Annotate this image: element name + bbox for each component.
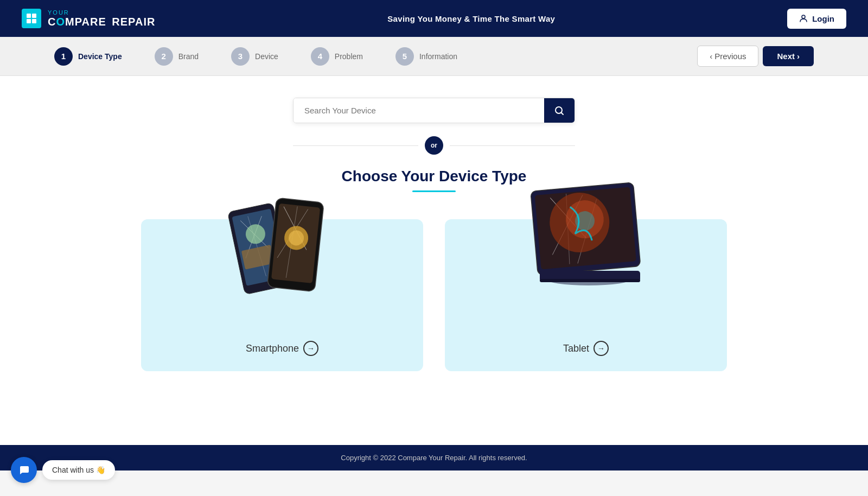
tablet-arrow-icon: →	[593, 341, 609, 356]
previous-button[interactable]: ‹ Previous	[697, 46, 758, 67]
svg-point-4	[802, 15, 805, 18]
chat-button[interactable]	[11, 457, 37, 483]
next-button[interactable]: Next ›	[763, 46, 814, 66]
smartphone-arrow-icon: →	[303, 341, 318, 356]
search-container	[293, 98, 575, 123]
step-2-circle: 2	[155, 47, 173, 66]
search-icon	[554, 105, 565, 116]
logo-comparereapir: COMPARE REPAIR	[48, 16, 155, 28]
smartphone-label: Smartphone →	[246, 341, 318, 356]
login-button[interactable]: Login	[787, 9, 846, 29]
stepbar: 1 Device Type 2 Brand 3 Device 4 Problem…	[0, 37, 868, 76]
step-5[interactable]: 5 Information	[395, 47, 457, 66]
title-underline	[412, 190, 456, 192]
header-tagline: Saving You Money & Time The Smart Way	[387, 14, 555, 23]
chat-icon	[18, 464, 30, 476]
step-3-circle: 3	[231, 47, 250, 66]
svg-rect-31	[540, 279, 640, 282]
main-content: or Choose Your Device Type	[0, 76, 868, 445]
steps-list: 1 Device Type 2 Brand 3 Device 4 Problem…	[54, 47, 457, 66]
step-4-circle: 4	[311, 47, 329, 66]
device-cards: Smartphone →	[141, 219, 727, 371]
step-1-circle: 1	[54, 47, 73, 66]
step-3[interactable]: 3 Device	[231, 47, 278, 66]
logo-icon	[22, 9, 41, 28]
step-4-label: Problem	[335, 52, 363, 61]
logo-your: YOUR	[48, 9, 155, 16]
logo-repair: REPAIR	[112, 16, 155, 28]
svg-rect-3	[32, 19, 36, 23]
svg-rect-1	[32, 14, 36, 18]
chat-bubble[interactable]: Chat with us 👋	[42, 460, 115, 480]
smartphone-illustration	[217, 176, 347, 306]
footer: Copyright © 2022 Compare Your Repair. Al…	[0, 445, 868, 470]
header: YOUR COMPARE REPAIR Saving You Money & T…	[0, 0, 868, 37]
user-icon	[799, 14, 808, 23]
smartphone-svg	[220, 179, 344, 303]
chevron-left-icon: ‹	[710, 52, 712, 61]
tablet-card[interactable]: Tablet →	[445, 219, 727, 371]
copyright-text: Copyright © 2022 Compare Your Repair. Al…	[341, 454, 527, 462]
tablet-label: Tablet →	[563, 341, 609, 356]
chevron-right-icon: ›	[797, 52, 800, 61]
step-2[interactable]: 2 Brand	[155, 47, 199, 66]
choose-title: Choose Your Device Type	[342, 168, 527, 185]
step-5-label: Information	[419, 52, 457, 61]
step-1[interactable]: 1 Device Type	[54, 47, 122, 66]
step-5-circle: 5	[395, 47, 414, 66]
smartphone-card[interactable]: Smartphone →	[141, 219, 423, 371]
step-1-label: Device Type	[78, 52, 122, 61]
tablet-svg	[510, 173, 662, 298]
tablet-illustration	[510, 170, 662, 301]
or-divider: or	[293, 136, 575, 155]
search-input[interactable]	[293, 98, 544, 123]
svg-rect-2	[27, 19, 31, 23]
search-button[interactable]	[544, 98, 575, 123]
nav-buttons: ‹ Previous Next ›	[697, 46, 814, 67]
chat-widget: Chat with us 👋	[11, 457, 115, 483]
step-3-label: Device	[255, 52, 278, 61]
step-4[interactable]: 4 Problem	[311, 47, 363, 66]
svg-rect-0	[27, 14, 31, 18]
logo: YOUR COMPARE REPAIR	[22, 9, 155, 28]
or-badge: or	[425, 136, 443, 155]
step-2-label: Brand	[178, 52, 199, 61]
